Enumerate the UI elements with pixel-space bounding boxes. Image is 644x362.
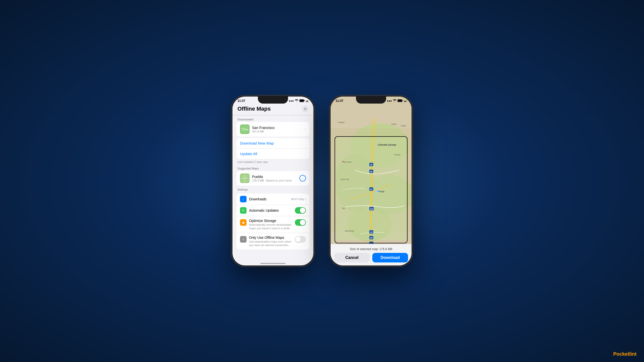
watermark-highlight: o xyxy=(616,351,619,357)
auto-updates-setting[interactable]: ↻ Automatic Updates xyxy=(236,205,309,216)
pueblo-name: Pueblo xyxy=(252,175,297,179)
sf-map-thumbnail xyxy=(240,124,250,134)
svg-text:Colorado Springs: Colorado Springs xyxy=(378,144,396,146)
svg-text:25: 25 xyxy=(370,164,373,166)
status-time: 11:37 xyxy=(237,99,245,103)
battery-percent-2: 94 xyxy=(404,100,407,103)
auto-updates-toggle[interactable] xyxy=(295,207,306,214)
last-updated-text: Last updated 2 days ago. xyxy=(232,159,313,164)
update-all-button[interactable]: Update All xyxy=(236,149,309,159)
pueblo-item[interactable]: Pueblo 135.9 MB · Based on your home ↓ xyxy=(236,171,309,186)
status-icons: ●●● 95 xyxy=(289,99,308,103)
wifi-icon-2 xyxy=(393,99,396,102)
sheet-action-buttons: Cancel Download xyxy=(331,253,412,262)
optimize-storage-setting[interactable]: ◼ Optimize Storage Automatically remove … xyxy=(236,216,309,233)
suggested-section-header: Suggested Maps xyxy=(232,164,313,171)
download-button[interactable]: Download xyxy=(372,253,408,262)
settings-list: ↓ Downloads Wi-Fi Only › ↻ Automatic Upd… xyxy=(236,194,309,249)
download-new-map-button[interactable]: Download New Map xyxy=(236,138,309,149)
pueblo-size-note: 135.9 MB · Based on your home xyxy=(252,179,297,182)
svg-text:Pu    lo: Pu lo xyxy=(379,190,384,193)
pueblo-map-thumbnail xyxy=(240,173,250,183)
battery-icon: 95 xyxy=(299,99,308,103)
svg-text:87: 87 xyxy=(370,188,373,191)
downloaded-section-header: Downloaded xyxy=(232,115,313,122)
svg-point-42 xyxy=(377,191,378,192)
svg-text:Calhan: Calhan xyxy=(401,125,406,127)
svg-text:Canon City: Canon City xyxy=(340,178,349,180)
svg-point-39 xyxy=(342,161,344,162)
auto-updates-label: Automatic Updates xyxy=(249,208,292,212)
phone-offline-maps: 11:37 ●●● 95 Offline Maps ✕ Downloaded xyxy=(231,96,314,266)
wifi-icon xyxy=(295,99,298,102)
wifi-only-value: Wi-Fi Only › xyxy=(291,198,306,201)
battery-percent: 95 xyxy=(306,100,308,103)
download-bottom-sheet: Size of selected map: 176.6 MB Cancel Do… xyxy=(331,244,412,265)
refresh-icon: ↻ xyxy=(242,209,245,212)
notch xyxy=(258,97,288,104)
svg-point-32 xyxy=(389,143,390,145)
offline-maps-header: Offline Maps ✕ xyxy=(232,104,313,115)
status-bar-2: 11:37 ●●● 94 xyxy=(331,97,412,104)
close-button[interactable]: ✕ xyxy=(302,106,308,112)
svg-text:Walsenburg: Walsenburg xyxy=(345,230,354,232)
optimize-storage-label: Optimize Storage xyxy=(249,219,292,223)
offline-only-sublabel: Use downloaded maps even when you have a… xyxy=(249,240,292,247)
phone-map-download: 25 85 87 25 85 87 160 Colorado Springs L… xyxy=(330,96,413,266)
status-time-2: 11:37 xyxy=(336,99,343,103)
optimize-storage-text: Optimize Storage Automatically remove do… xyxy=(249,219,292,230)
signal-icon: ●●● xyxy=(289,99,294,102)
offline-only-text: Only Use Offline Maps Use downloaded map… xyxy=(249,236,292,247)
svg-text:Rye: Rye xyxy=(342,207,345,209)
watermark-text-rest: cketlint xyxy=(619,351,636,357)
svg-text:Payton: Payton xyxy=(391,123,397,125)
sf-size: 267.8 MB xyxy=(252,130,302,133)
svg-rect-47 xyxy=(398,100,402,102)
map-size-label: Size of selected map: 176.6 MB xyxy=(350,247,392,251)
auto-updates-icon: ↻ xyxy=(240,207,247,214)
pueblo-item-info: Pueblo 135.9 MB · Based on your home xyxy=(252,175,297,182)
battery-icon-2: 94 xyxy=(397,99,407,103)
optimize-storage-icon: ◼ xyxy=(240,219,247,226)
offline-only-icon: ⊙ xyxy=(240,236,247,243)
chevron-right-icon: › xyxy=(305,127,306,131)
downloads-setting[interactable]: ↓ Downloads Wi-Fi Only › xyxy=(236,194,309,205)
map-offline-icon: ⊙ xyxy=(242,238,244,241)
map-background-svg: 25 85 87 25 85 87 160 Colorado Springs L… xyxy=(331,97,412,263)
downloads-label: Downloads xyxy=(249,197,289,201)
offline-only-toggle[interactable] xyxy=(295,236,306,243)
svg-text:Pikes Peak: Pikes Peak xyxy=(343,161,352,163)
svg-text:25: 25 xyxy=(370,231,373,234)
download-arrow-icon: ↓ xyxy=(243,197,244,201)
suggested-list: Pueblo 135.9 MB · Based on your home ↓ xyxy=(236,171,309,186)
pueblo-download-icon[interactable]: ↓ xyxy=(299,175,306,182)
cancel-button[interactable]: Cancel xyxy=(334,253,370,262)
pocketlint-watermark: Pocketlint xyxy=(613,351,636,357)
optimize-storage-toggle[interactable] xyxy=(295,219,306,226)
svg-text:85: 85 xyxy=(370,237,373,239)
status-icons-2: ●●● 94 xyxy=(387,99,407,103)
offline-maps-title: Offline Maps xyxy=(237,106,271,112)
offline-only-label: Only Use Offline Maps xyxy=(249,236,292,240)
auto-updates-text: Automatic Updates xyxy=(249,208,292,212)
signal-icon-2: ●●● xyxy=(387,99,392,102)
storage-icon: ◼ xyxy=(242,221,245,224)
downloads-icon: ↓ xyxy=(240,196,247,202)
san-francisco-item[interactable]: San Francisco 267.8 MB › xyxy=(236,122,309,137)
map-screen: 25 85 87 25 85 87 160 Colorado Springs L… xyxy=(331,97,412,265)
settings-section-header: Settings xyxy=(232,186,313,192)
watermark-text-before: P xyxy=(613,351,616,357)
downloaded-list: San Francisco 267.8 MB › xyxy=(236,122,309,137)
offline-only-setting[interactable]: ⊙ Only Use Offline Maps Use downloaded m… xyxy=(236,233,309,250)
home-indicator xyxy=(260,263,286,264)
sf-name: San Francisco xyxy=(252,126,302,130)
svg-text:160: 160 xyxy=(370,208,373,210)
svg-rect-1 xyxy=(300,100,304,102)
sf-item-info: San Francisco 267.8 MB xyxy=(252,126,302,133)
action-list: Download New Map Update All xyxy=(236,138,309,159)
svg-text:Fountain: Fountain xyxy=(394,154,401,156)
downloads-text: Downloads xyxy=(249,197,289,201)
optimize-storage-sublabel: Automatically remove downloaded maps you… xyxy=(249,223,292,230)
svg-text:Larkspur: Larkspur xyxy=(338,121,345,123)
svg-text:85: 85 xyxy=(370,171,373,173)
